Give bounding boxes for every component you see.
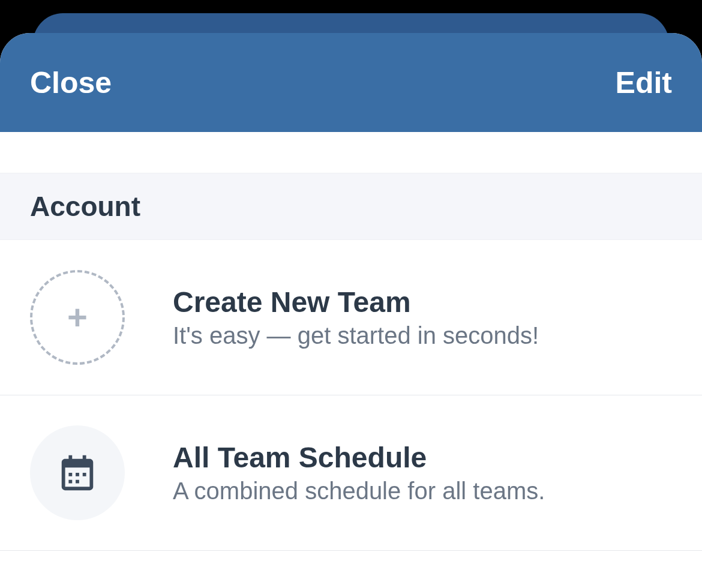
create-new-team-item[interactable]: + Create New Team It's easy — get starte… xyxy=(0,240,702,395)
main-modal: Close Edit Account + Create New Team It'… xyxy=(0,33,702,588)
item-content: All Team Schedule A combined schedule fo… xyxy=(173,441,545,505)
section-title: Account xyxy=(30,190,672,223)
calendar-icon xyxy=(56,452,98,494)
all-team-schedule-item[interactable]: All Team Schedule A combined schedule fo… xyxy=(0,395,702,551)
plus-icon: + xyxy=(67,300,88,335)
modal-header: Close Edit xyxy=(0,33,702,132)
edit-button[interactable]: Edit xyxy=(616,65,672,100)
item-subtitle: It's easy — get started in seconds! xyxy=(173,322,539,349)
plus-icon-container: + xyxy=(30,270,125,365)
calendar-icon-container xyxy=(30,425,125,520)
spacer xyxy=(0,132,702,173)
item-title: All Team Schedule xyxy=(173,441,545,474)
close-button[interactable]: Close xyxy=(30,65,112,100)
section-header: Account xyxy=(0,173,702,240)
item-title: Create New Team xyxy=(173,286,539,319)
item-content: Create New Team It's easy — get started … xyxy=(173,286,539,349)
item-subtitle: A combined schedule for all teams. xyxy=(173,478,545,505)
